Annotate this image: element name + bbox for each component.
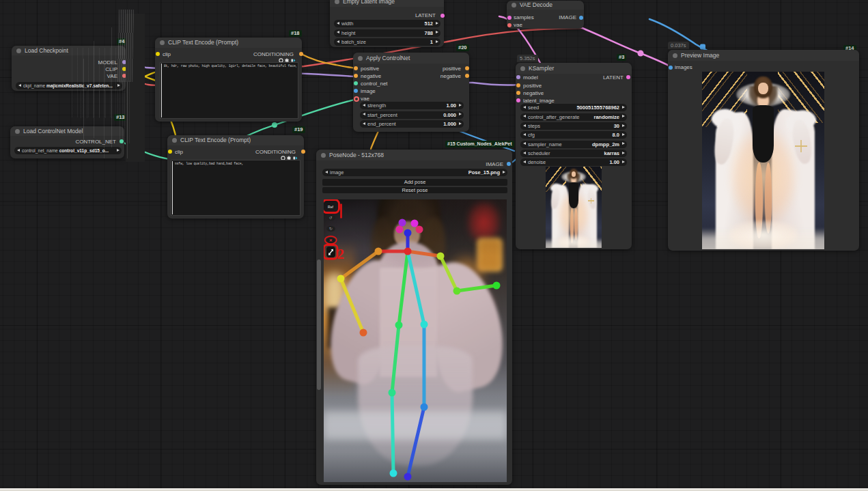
svg-text:2: 2: [337, 246, 345, 262]
